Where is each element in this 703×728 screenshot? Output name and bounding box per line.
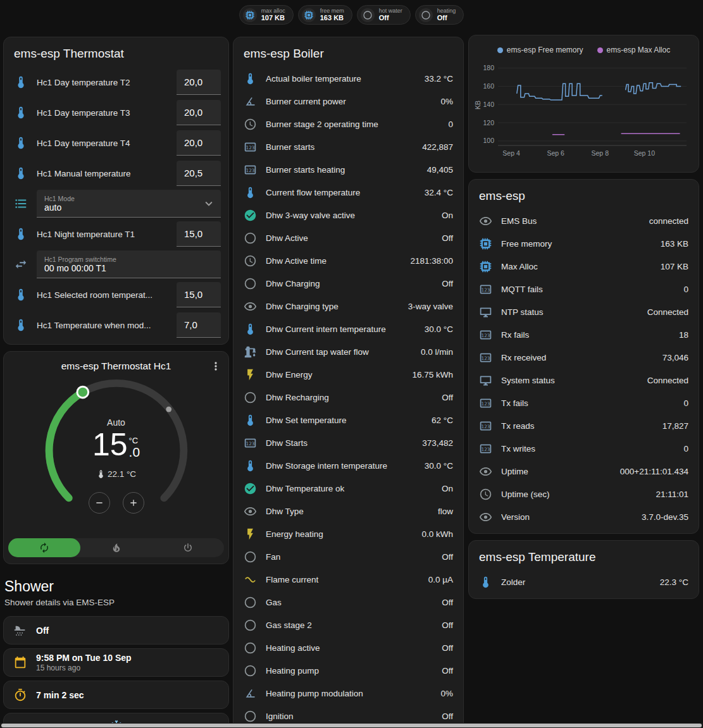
scrollbar-thumb[interactable]	[1, 724, 702, 727]
entity-row[interactable]: Burner stage 2 operating time 0	[233, 113, 463, 135]
status-badge[interactable]: hot water Off	[357, 5, 411, 25]
status-badge[interactable]: max alloc 107 KB	[239, 5, 294, 25]
legend-item[interactable]: ems-esp Max Alloc	[597, 46, 671, 54]
entity-name: Dhw Charging type	[266, 302, 399, 311]
status-badge[interactable]: heating Off	[415, 5, 464, 25]
decrease-temperature-button[interactable]	[89, 492, 110, 514]
number-input[interactable]: 20,0	[177, 100, 221, 125]
entity-row[interactable]: Energy heating 0.0 kWh	[233, 522, 463, 545]
entity-name: Burner stage 2 operating time	[266, 120, 439, 129]
entity-row[interactable]: Dhw Type flow	[233, 500, 463, 522]
number-input[interactable]: 20,5	[177, 161, 221, 186]
entity-name: Tx fails	[501, 398, 675, 408]
entity-row[interactable]: Dhw Active time 2181:38:00	[233, 249, 463, 272]
entity-row[interactable]: Actual boiler temperature 33.2 °C	[233, 67, 463, 90]
entity-row[interactable]: Dhw Temperature ok On	[233, 477, 463, 500]
entity-row[interactable]: 123 Dhw Starts 373,482	[233, 431, 463, 454]
svg-text:123: 123	[481, 423, 490, 429]
entity-row[interactable]: Dhw Set temperature 62 °C	[233, 409, 463, 431]
entity-row[interactable]: Dhw Current tap water flow 0.0 l/min	[233, 340, 463, 363]
increase-temperature-button[interactable]	[123, 492, 144, 514]
setting-label: Hc1 Selected room temperat...	[37, 290, 168, 300]
entity-row[interactable]: Dhw Charging type 3-way valve	[233, 295, 463, 318]
entity-row[interactable]: Flame current 0.0 µA	[233, 568, 463, 591]
setting-label: Hc1 Day temperature T2	[37, 78, 168, 87]
hvac-mode-label: Auto	[34, 417, 199, 428]
entity-row[interactable]: Current flow temperature 32.4 °C	[233, 181, 463, 204]
hvac-mode-button[interactable]	[80, 538, 152, 557]
entity-row[interactable]: Gas stage 2 Off	[233, 614, 463, 636]
calendar-icon	[13, 656, 27, 670]
eye-icon	[479, 510, 492, 524]
circle-icon	[244, 710, 257, 723]
entity-row[interactable]: 123 MQTT fails 0	[469, 278, 699, 300]
svg-text:140: 140	[483, 101, 494, 108]
entity-row[interactable]: Dhw 3-way valve active On	[233, 204, 463, 226]
status-badge[interactable]: free mem 163 KB	[298, 5, 352, 25]
number-input[interactable]: 20,0	[177, 130, 221, 156]
entity-row[interactable]: Dhw Storage intern temperature 30.0 °C	[233, 454, 463, 477]
more-options-button[interactable]	[209, 360, 222, 373]
entity-row[interactable]: Fan Off	[233, 545, 463, 568]
entity-row[interactable]: Dhw Active Off	[233, 226, 463, 249]
number-input[interactable]: 15,0	[177, 221, 221, 247]
entity-row[interactable]: 123 Tx reads 17,827	[469, 414, 699, 437]
entity-row[interactable]: EMS Bus connected	[469, 209, 699, 232]
power-icon	[182, 542, 194, 553]
number-input[interactable]: 7,0	[177, 312, 221, 338]
entity-row[interactable]: Version 3.7.0-dev.35	[469, 505, 699, 528]
shower-entity-card[interactable]: Off	[3, 616, 229, 645]
entity-row[interactable]: Dhw Charging Off	[233, 272, 463, 295]
thermostat-dial[interactable]: Auto 15 °C .0 22.1 °C	[34, 373, 199, 520]
number-input[interactable]: 15,0	[177, 282, 221, 307]
entity-row[interactable]: Uptime (sec) 21:11:01	[469, 483, 699, 505]
entity-row[interactable]: Gas Off	[233, 591, 463, 614]
entity-value: 22.3 °C	[660, 577, 688, 587]
entity-row[interactable]: Dhw Recharging Off	[233, 386, 463, 409]
hvac-mode-button[interactable]	[152, 538, 224, 557]
entity-name: Gas	[266, 598, 433, 607]
entity-row[interactable]: Max Alloc 107 KB	[469, 255, 699, 278]
shower-entity-card[interactable]: 7 min 2 sec	[3, 681, 229, 709]
entity-value: 0.0 kWh	[421, 529, 453, 539]
entity-row[interactable]: 123 Rx received 73,046	[469, 346, 699, 369]
entity-row[interactable]: 123 Burner starts 422,887	[233, 135, 463, 158]
select-field[interactable]: Hc1 Program switchtime 00 mo 00:00 T1	[37, 250, 221, 278]
entity-row[interactable]: NTP status Connected	[469, 300, 699, 323]
setting-label: Hc1 Day temperature T4	[37, 139, 168, 148]
check-circle-icon	[244, 209, 257, 222]
svg-text:123: 123	[246, 167, 254, 173]
boiler-entity-list: Actual boiler temperature 33.2 °C Burner…	[233, 67, 463, 728]
entity-row[interactable]: Heating pump Off	[233, 659, 463, 682]
horizontal-scrollbar[interactable]	[0, 723, 703, 728]
entity-row[interactable]: System status Connected	[469, 369, 699, 392]
entity-row[interactable]: Heating active Off	[233, 636, 463, 659]
entity-row[interactable]: Zolder 22.3 °C	[469, 571, 699, 593]
hvac-mode-button[interactable]	[8, 538, 80, 557]
entity-row[interactable]: 123 Tx fails 0	[469, 392, 699, 414]
thermometer-icon	[244, 186, 257, 199]
entity-row[interactable]: Uptime 000+21:11:01.434	[469, 460, 699, 483]
shower-entity-card[interactable]: 9:58 PM on Tue 10 Sep 15 hours ago	[3, 648, 229, 677]
select-field[interactable]: Hc1 Mode auto	[37, 190, 221, 218]
entity-name: Dhw Storage intern temperature	[266, 461, 416, 471]
card-title: ems-esp Boiler	[233, 37, 463, 67]
entity-row[interactable]: Burner current power 0%	[233, 90, 463, 113]
card-title: ems-esp Thermostat Hc1	[4, 352, 228, 372]
circle-icon	[244, 596, 257, 609]
number-input[interactable]: 20,0	[177, 70, 221, 95]
entity-row[interactable]: Dhw Energy 16.75 kWh	[233, 363, 463, 386]
entity-name: Zolder	[501, 577, 651, 587]
entity-row[interactable]: 123 Rx fails 18	[469, 323, 699, 346]
entity-row[interactable]: 123 Burner starts heating 49,405	[233, 158, 463, 181]
card-title: ems-esp Temperature	[469, 541, 699, 571]
legend-item[interactable]: ems-esp Free memory	[497, 46, 583, 54]
thermostat-setting-row: Hc1 Temperature when mod... 7,0	[4, 310, 228, 340]
entity-name: Heating pump	[266, 666, 433, 676]
entity-row[interactable]: 123 Tx writes 0	[469, 437, 699, 460]
entity-row[interactable]: Heating pump modulation 0%	[233, 682, 463, 705]
entity-row[interactable]: Dhw Current intern temperature 30.0 °C	[233, 318, 463, 340]
entity-row[interactable]: Free memory 163 KB	[469, 232, 699, 255]
thermostat-dial-card: ems-esp Thermostat Hc1 Auto 15 °C .0	[3, 351, 229, 564]
entity-name: Dhw Temperature ok	[266, 484, 433, 493]
